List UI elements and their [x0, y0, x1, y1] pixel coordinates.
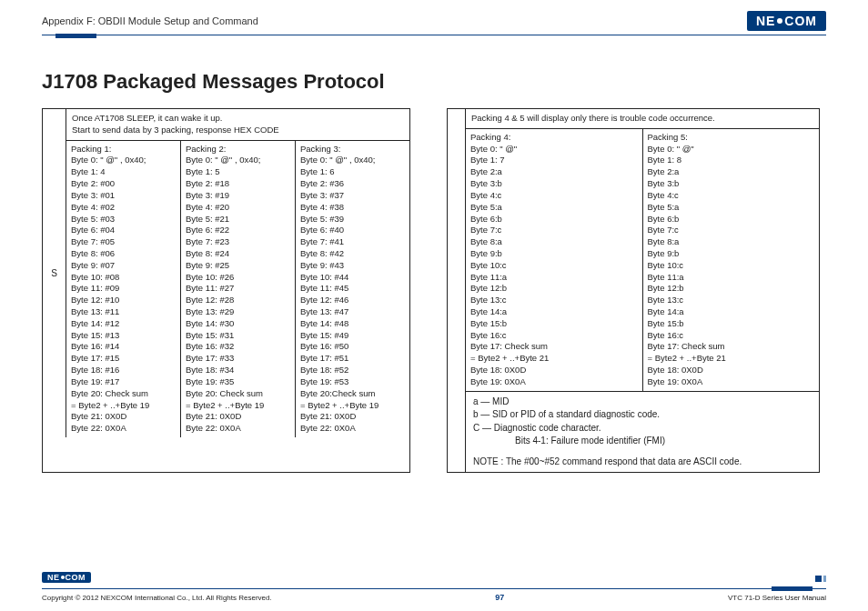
legend-note: NOTE : The #00~#52 command respond that … [473, 456, 812, 469]
legend-line-b: b — SID or PID of a standard diagnostic … [473, 408, 812, 422]
data-line: Byte 18: 0X0D [648, 365, 815, 376]
data-line: Byte 21: 0X0D [186, 411, 290, 423]
data-line: Byte 4: #20 [186, 202, 290, 214]
data-line: Byte 7: #05 [71, 236, 176, 248]
packing-3-column: Packing 3:Byte 0: " @" , 0x40;Byte 1: 6B… [295, 141, 409, 437]
data-line: Byte 7: #41 [300, 236, 405, 248]
data-line: Byte 16:c [648, 330, 815, 342]
data-line: Packing 3: [300, 144, 405, 155]
data-line: Byte 12:b [470, 283, 638, 295]
data-line: Byte 6: #40 [300, 225, 405, 236]
data-line: Byte 11: #09 [71, 283, 176, 295]
data-line: Byte 5: #21 [186, 214, 290, 225]
footer-logo-dot-icon [61, 576, 65, 579]
page-number: 97 [495, 593, 504, 602]
legend-block: a — MID b — SID or PID of a standard dia… [466, 392, 819, 473]
data-line: Byte 9: #07 [71, 260, 176, 272]
data-line: Byte 0: " @" [470, 144, 638, 155]
data-line: Byte 20: Check sum [186, 388, 290, 400]
manual-name: VTC 71-D Series User Manual [728, 594, 826, 602]
data-line: Byte 11:a [648, 272, 815, 284]
data-line: Byte 13: #11 [71, 306, 176, 318]
data-line: Byte 22: 0X0A [300, 423, 405, 435]
data-line: Byte 15: #49 [300, 330, 405, 342]
data-line: Byte 20: Check sum [71, 388, 176, 400]
data-line: Byte 0: " @" , 0x40; [186, 155, 290, 166]
data-line: Byte 17: #33 [186, 353, 290, 365]
data-line: Byte 6:b [470, 214, 638, 225]
data-line: Packing 4: [470, 132, 638, 144]
data-line: Byte 8: #42 [300, 248, 405, 260]
content-area: S Once AT1708 SLEEP, it can wake it up. … [42, 108, 826, 473]
data-line: Byte 19: #17 [71, 376, 176, 388]
data-line: Byte 2: #00 [71, 178, 176, 190]
data-line: Byte 0: " @" , 0x40; [300, 155, 405, 166]
footer-deco [815, 574, 826, 584]
data-line: Byte 18: #52 [300, 365, 405, 376]
data-line: Byte 18: 0X0D [470, 365, 638, 376]
right-panel: Packing 4 & 5 will display only there is… [447, 108, 820, 473]
data-line: Byte 6:b [648, 214, 815, 225]
data-line: Byte 15:b [470, 318, 638, 330]
data-line: Byte 7: #23 [186, 236, 290, 248]
logo-text-pre: NE [756, 14, 775, 28]
data-line: Byte 12: #46 [300, 295, 405, 306]
data-line: Byte 15:b [648, 318, 815, 330]
data-line: Byte 3:b [470, 178, 638, 190]
right-intro: Packing 4 & 5 will display only there is… [466, 109, 819, 129]
data-line: Byte 9:b [648, 248, 815, 260]
data-line: Byte 12: #28 [186, 295, 290, 306]
data-line: Byte 2:a [470, 166, 638, 178]
data-line: Byte 1: 7 [470, 155, 638, 166]
data-line: Byte 9: #25 [186, 260, 290, 272]
data-line: Byte 2:a [648, 166, 815, 178]
data-line: Byte 4: #38 [300, 202, 405, 214]
data-line: Byte 17: #51 [300, 353, 405, 365]
data-line: Byte 10: #26 [186, 272, 290, 284]
left-panel: S Once AT1708 SLEEP, it can wake it up. … [42, 108, 410, 473]
packing-1-column: Packing 1:Byte 0: " @" , 0x40;Byte 1: 4B… [66, 141, 180, 437]
data-line: Byte 8: #06 [71, 248, 176, 260]
data-line: Byte 8: #24 [186, 248, 290, 260]
data-line: Byte 14:a [648, 306, 815, 318]
data-line: Byte 16: #32 [186, 341, 290, 353]
data-line: Byte 11:a [470, 272, 638, 284]
copyright-text: Copyright © 2012 NEXCOM International Co… [42, 594, 272, 602]
data-line: = Byte2 + ..+Byte 19 [71, 400, 176, 412]
data-line: Byte 13: #47 [300, 306, 405, 318]
data-line: Byte 1: 6 [300, 166, 405, 178]
data-line: = Byte2 + ..+Byte 21 [470, 353, 638, 365]
data-line: Byte 4:c [470, 190, 638, 202]
header-rule [42, 35, 826, 39]
data-line: Byte 8:a [470, 236, 638, 248]
data-line: Byte 16: #14 [71, 341, 176, 353]
data-line: Byte 3: #01 [71, 190, 176, 202]
data-line: Byte 17: Check sum [470, 341, 638, 353]
legend-line-c: C — Diagnostic code character. [473, 422, 812, 436]
data-line: Byte 10: #44 [300, 272, 405, 284]
data-line: Byte 3: #37 [300, 190, 405, 202]
data-line: Packing 5: [648, 132, 815, 144]
data-line: Byte 19: 0X0A [470, 376, 638, 388]
data-line: Byte 19: 0X0A [648, 376, 815, 388]
page-title: J1708 Packaged Messages Protocol [42, 70, 826, 94]
data-line: Byte 20:Check sum [300, 388, 405, 400]
data-line: Byte 13:c [470, 295, 638, 306]
data-line: Byte 4: #02 [71, 202, 176, 214]
data-line: Byte 14: #12 [71, 318, 176, 330]
data-line: Byte 0: " @" , 0x40; [71, 155, 176, 166]
data-line: Byte 2: #18 [186, 178, 290, 190]
data-line: Byte 7:c [470, 225, 638, 236]
data-line: Byte 21: 0X0D [300, 411, 405, 423]
data-line: Byte 13: #29 [186, 306, 290, 318]
right-marker [448, 109, 466, 472]
footer-logo-post: COM [66, 573, 86, 582]
data-line: Byte 5:a [648, 202, 815, 214]
data-line: Packing 1: [71, 144, 176, 155]
legend-line-a: a — MID [473, 396, 812, 409]
data-line: Byte 3: #19 [186, 190, 290, 202]
data-line: Byte 16: #50 [300, 341, 405, 353]
packing-5-column: Packing 5:Byte 0: " @"Byte 1: 8Byte 2:aB… [642, 129, 820, 391]
data-line: Byte 0: " @" [648, 144, 815, 155]
data-line: Byte 14: #48 [300, 318, 405, 330]
